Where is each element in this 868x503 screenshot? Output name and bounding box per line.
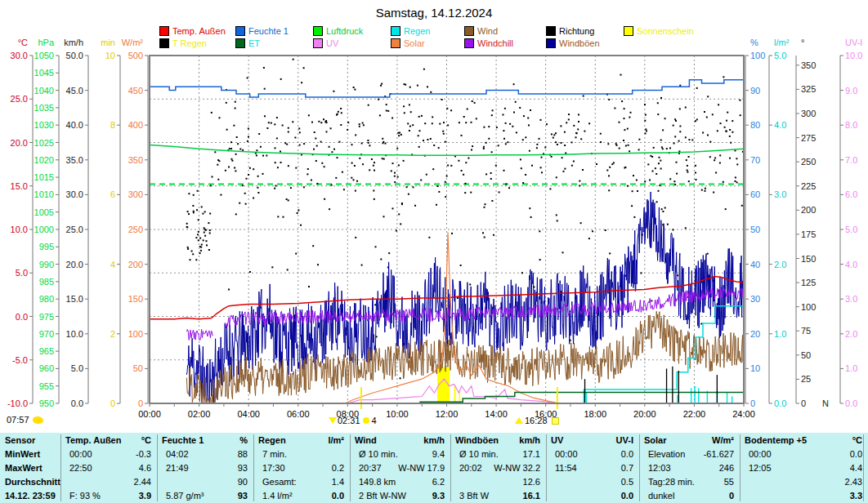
axis-tick-label: 3.0	[774, 189, 786, 199]
table-cell-value: °C	[141, 434, 151, 447]
table-cell-value: 246	[719, 461, 734, 475]
table-cell-value: 2.43	[845, 475, 862, 489]
axis-tick-label: 125	[801, 278, 816, 287]
axis-tick-label: 300	[801, 109, 816, 118]
legend-item-Feuchte 1: Feuchte 1	[235, 25, 289, 36]
table-row: 22:504.6	[60, 461, 157, 475]
axis-tick-label: 35.0	[66, 155, 83, 165]
table-cell-value: 0	[729, 489, 734, 503]
table-row: Temp. Außen°C	[60, 434, 157, 447]
table-cell-label: Feuchte 1	[162, 434, 204, 447]
table-row: 5.87 g/m³93	[157, 489, 253, 503]
legend-swatch	[464, 26, 474, 36]
legend-swatch	[313, 26, 323, 36]
table-row: 2 Bft W-NW9.3	[350, 489, 450, 503]
weather-day-graph: -10.0-5.00.05.010.015.020.025.030.0°C950…	[0, 0, 868, 503]
table-column-Bodentemp +5: Bodentemp +5°C00:000.012:054.42.433.3	[740, 433, 868, 503]
axis-min: 0246810min	[101, 38, 120, 408]
axis-°: 0N25507510012515017520022525027530032535…	[796, 38, 829, 408]
table-divider	[740, 434, 740, 501]
legend-label: Feuchte 1	[248, 26, 289, 36]
axis-tick-label: -5.0	[12, 355, 28, 365]
axis-tick-label: 50	[750, 225, 760, 234]
x-tick-label: 24:00	[732, 409, 755, 419]
axis-tick-label: 40.0	[66, 120, 83, 130]
axis-tick-label: 60	[750, 189, 760, 199]
table-cell-value: 90	[238, 475, 248, 489]
table-row: 2.44	[60, 475, 157, 489]
axis-tick-label: 9.0	[845, 86, 857, 96]
axis-tick-label: 350	[128, 155, 143, 165]
axis-unit-label: km/h	[64, 38, 83, 47]
table-cell-label: MinWert	[5, 447, 40, 461]
chart-canvas: -10.0-5.00.05.010.015.020.025.030.0°C950…	[0, 0, 868, 433]
axis-tick-label: 1025	[34, 138, 54, 148]
table-divider	[450, 434, 451, 501]
legend-swatch	[624, 26, 633, 36]
axis-tick-label: 250	[128, 225, 143, 234]
legend-item-Windböen: Windböen	[546, 38, 600, 48]
table-cell-value: -0.3	[136, 447, 151, 461]
legend-label: Temp. Außen	[172, 26, 226, 36]
table-row: 20:37W-NW 17.9	[350, 461, 450, 475]
axis-tick-label: 200	[801, 205, 816, 215]
table-cell-label: 20:02	[459, 461, 482, 475]
table-cell-label: 3 Bft W	[459, 489, 489, 503]
x-tick-label: 06:00	[287, 409, 310, 419]
axis-unit-label: UV-I	[845, 38, 862, 47]
table-cell-value: 0.2	[332, 461, 344, 475]
axis-tick-label: 7.0	[845, 155, 857, 165]
table-row: 00:00-0.3	[60, 447, 157, 461]
table-row: 149.8 km6.2	[350, 475, 450, 489]
axis-tick-label: 6	[110, 189, 115, 199]
table-column-Temp. Außen: Temp. Außen°C00:00-0.322:504.62.44F: 93 …	[60, 433, 157, 503]
legend-swatch	[391, 38, 400, 48]
axis-tick-label: 3.0	[845, 294, 857, 304]
axis-tick-label: 150	[801, 254, 816, 264]
axis-tick-label: 10.0	[66, 329, 83, 339]
axis-tick-label: 30.0	[66, 189, 83, 199]
legend-item-Richtung: Richtung	[546, 25, 594, 36]
table-row: 14.12. 23:59	[0, 489, 60, 503]
table-cell-value: 4.4	[850, 461, 862, 475]
axis-tick-label: 1.0	[845, 363, 857, 373]
table-cell-label: Temp. Außen	[65, 434, 121, 447]
axis-tick-label: 0.0	[845, 398, 857, 408]
axis-tick-label: 100	[750, 51, 765, 60]
table-cell-label: 12:03	[648, 461, 671, 475]
axis-tick-label: 400	[128, 120, 143, 130]
axis-tick-label: 10.0	[11, 225, 28, 234]
legend-item-Wind: Wind	[464, 25, 498, 36]
table-cell-value: 0.0	[621, 489, 633, 503]
axis-l/m²: 0.01.02.03.04.05.0l/m²	[769, 38, 790, 408]
table-cell-label: Ø 10 min.	[359, 447, 398, 461]
table-column-Regen: Regenl/m²7 min.17:300.2Gesamt:1.41.4 l/m…	[253, 433, 350, 503]
axis-UV-I: 0.01.02.03.04.05.06.07.08.09.010.0UV-I	[840, 38, 862, 408]
table-cell-label: Gesamt:	[262, 475, 297, 489]
table-cell-value: 3.9	[139, 489, 151, 503]
axis-tick-label: 30.0	[11, 51, 28, 60]
table-cell-value: W-NW 32.2	[494, 461, 540, 475]
axis-tick-label: 8	[110, 120, 115, 130]
table-cell-value: W-NW 17.9	[398, 461, 445, 475]
axis-tick-label: 0	[110, 398, 115, 408]
series-T Regen	[584, 367, 718, 403]
table-cell-value: 3.3	[850, 489, 862, 503]
axis-tick-label: 1.0	[774, 329, 786, 339]
axis-tick-label: 30	[750, 294, 760, 304]
table-cell-value: -61.627	[704, 447, 734, 461]
axis-tick-label: 5.0	[71, 363, 83, 373]
axis-tick-label: 995	[39, 242, 54, 252]
axis-tick-label: 10	[750, 363, 760, 373]
series-Regen	[584, 386, 733, 403]
axis-tick-label: 15.0	[66, 294, 83, 304]
table-row: 0.5	[546, 475, 639, 489]
table-cell-label: MaxWert	[5, 461, 43, 475]
legend-item-Luftdruck: Luftdruck	[313, 25, 363, 36]
axis-tick-label: 50	[133, 363, 143, 373]
table-row: 3 Bft W16.1	[450, 489, 546, 503]
axis-tick-label: 2.0	[774, 260, 786, 269]
table-cell-label: Tag:28 min.	[648, 475, 695, 489]
x-tick-label: 14:00	[485, 409, 508, 419]
legend-item-UV: UV	[313, 38, 338, 48]
